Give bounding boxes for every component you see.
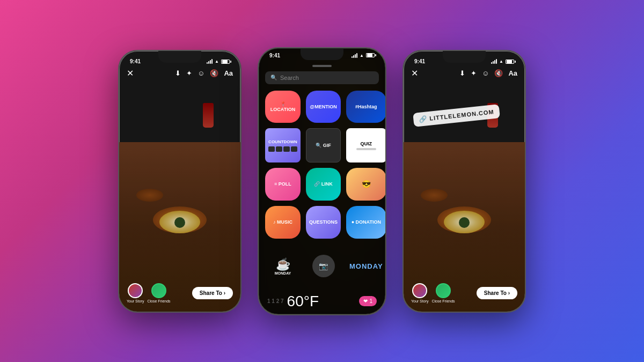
like-count: 1 xyxy=(369,298,372,304)
text-icon[interactable]: Aa xyxy=(224,69,233,77)
screen-left: 9:41 ▲ ✕ ⬇ ✦ ☺ 🔇 Aa xyxy=(119,51,240,312)
temperature-value: 60°F xyxy=(287,293,319,310)
sticker-link[interactable]: 🔗 LINK xyxy=(306,168,341,201)
mute-icon[interactable]: 🔇 xyxy=(210,69,218,77)
battery-icon-mid xyxy=(366,53,375,57)
effects-icon-right[interactable]: ✦ xyxy=(471,69,477,77)
close-btn-right[interactable]: ✕ xyxy=(411,69,418,78)
search-placeholder: Search xyxy=(280,75,299,81)
your-story-label: Your Story xyxy=(127,299,144,303)
avatar-group-friends-right[interactable]: Close Friends xyxy=(431,283,455,303)
sticker-search-bar[interactable]: 🔍 Search xyxy=(265,71,379,84)
your-story-label-right: Your Story xyxy=(411,299,428,303)
share-button-left[interactable]: Share To › xyxy=(192,287,233,299)
face-icon-right[interactable]: ☺ xyxy=(482,69,489,77)
sticker-hashtag[interactable]: #Hashtag xyxy=(346,91,385,123)
effects-icon[interactable]: ✦ xyxy=(186,69,192,77)
sticker-location[interactable]: 📍 LOCATION xyxy=(265,91,301,123)
phone-middle: 9:41 ▲ 🔍 Search xyxy=(258,47,386,315)
status-bar-mid: 9:41 ▲ xyxy=(259,48,385,58)
wifi-icon-mid: ▲ xyxy=(360,53,364,58)
temperature-display: 1 1 2 7 60°F xyxy=(267,293,319,310)
face-icon[interactable]: ☺ xyxy=(197,69,204,77)
battery-icon xyxy=(221,60,230,64)
sheet-handle xyxy=(312,65,332,67)
sticker-quiz[interactable]: QUIZ xyxy=(346,128,385,162)
status-time-mid: 9:41 xyxy=(269,53,280,58)
sticker-wrapper: 9:41 ▲ 🔍 Search xyxy=(259,48,385,314)
toolbar-right: ⬇ ✦ ☺ 🔇 Aa xyxy=(175,69,233,77)
digit-display: 1 1 2 7 xyxy=(267,298,284,304)
signal-icon-mid xyxy=(352,53,357,58)
status-time-right: 9:41 xyxy=(414,58,425,64)
signal-icon-right xyxy=(491,59,497,64)
sticker-camera[interactable]: 📷 xyxy=(306,244,341,289)
toolbar-right-right: ⬇ ✦ ☺ 🔇 Aa xyxy=(459,69,517,77)
sticker-countdown[interactable]: COUNTDOWN xyxy=(265,128,301,162)
avatars-left: Your Story Close Friends xyxy=(127,283,171,303)
sticker-donation[interactable]: ● DONATION xyxy=(346,206,385,239)
cup-emoji: ☕ xyxy=(276,257,290,271)
food-background xyxy=(119,51,240,312)
signal-icon xyxy=(207,59,213,64)
screen-right: 9:41 ▲ story-edit-link ✕ ⬇ ✦ ☺ 🔇 xyxy=(404,51,525,312)
sticker-emoji[interactable]: 😎 xyxy=(346,168,385,201)
status-icons-mid: ▲ xyxy=(352,53,375,58)
status-icons-right: ▲ xyxy=(491,59,514,64)
sticker-content: 9:41 ▲ 🔍 Search xyxy=(259,48,385,314)
sticker-gif[interactable]: 🔍 GIF xyxy=(306,128,341,162)
left-buttons xyxy=(118,94,119,109)
close-icon[interactable]: ✕ xyxy=(127,69,134,78)
link-sticker-icon: 🔗 xyxy=(419,115,427,123)
status-time-left: 9:41 xyxy=(130,58,141,64)
status-bar-right: 9:41 ▲ xyxy=(404,56,525,67)
phone-right: 9:41 ▲ story-edit-link ✕ ⬇ ✦ ☺ 🔇 xyxy=(402,50,526,313)
phone-left: 9:41 ▲ ✕ ⬇ ✦ ☺ 🔇 Aa xyxy=(118,50,241,313)
sticker-grid: 📍 LOCATION @MENTION #Hashtag COUNTDOWN xyxy=(259,91,385,289)
avatar-group-friends[interactable]: Close Friends xyxy=(147,283,170,303)
user-avatar xyxy=(128,283,143,298)
story-bottom-right: Your Story Close Friends Share To › xyxy=(404,283,525,303)
camera-btn[interactable]: 📷 xyxy=(312,255,335,277)
screen-middle: 9:41 ▲ 🔍 Search xyxy=(259,48,385,314)
sticker-day-label[interactable]: MONDAY xyxy=(346,244,385,289)
story-toolbar-right: story-edit-link ✕ ⬇ ✦ ☺ 🔇 Aa xyxy=(404,68,525,78)
sticker-mention[interactable]: @MENTION xyxy=(306,91,341,123)
search-icon: 🔍 xyxy=(270,75,277,80)
sticker-monday-cup[interactable]: ☕ MONDAY xyxy=(265,244,301,289)
battery-icon-right xyxy=(506,60,514,64)
friends-avatar xyxy=(151,283,166,298)
mute-icon-right[interactable]: 🔇 xyxy=(494,69,503,77)
friends-avatar-right xyxy=(436,283,451,298)
status-icons-left: ▲ xyxy=(207,59,230,64)
share-button-right[interactable]: Share To › xyxy=(477,287,517,299)
avatars-right: Your Story Close Friends xyxy=(411,283,455,303)
text-icon-right[interactable]: Aa xyxy=(508,69,517,77)
left-buttons-mid xyxy=(258,91,258,106)
story-toolbar-left: ✕ ⬇ ✦ ☺ 🔇 Aa xyxy=(119,68,240,78)
wifi-icon: ▲ xyxy=(215,59,219,64)
sticker-music[interactable]: ♪ MUSIC xyxy=(265,206,301,239)
camera-icon: 📷 xyxy=(319,262,328,270)
story-bottom-left: Your Story Close Friends Share To › xyxy=(119,283,240,303)
like-badge[interactable]: ❤ 1 xyxy=(359,296,377,306)
food-background-right xyxy=(404,51,525,312)
sticker-questions[interactable]: QUESTIONS xyxy=(306,206,341,239)
close-friends-label: Close Friends xyxy=(147,299,170,303)
wifi-icon-right: ▲ xyxy=(499,59,503,64)
download-icon-right[interactable]: ⬇ xyxy=(459,69,465,77)
sticker-poll[interactable]: ≡ POLL xyxy=(265,168,301,201)
avatar-group-story-right[interactable]: Your Story xyxy=(411,283,428,303)
avatar-group-story[interactable]: Your Story xyxy=(127,283,144,303)
left-buttons-right xyxy=(402,94,403,109)
toolbar-left-right: story-edit-link ✕ xyxy=(411,68,418,78)
status-bar-left: 9:41 ▲ xyxy=(119,56,240,67)
close-friends-label-right: Close Friends xyxy=(431,299,455,303)
heart-icon: ❤ xyxy=(363,298,368,304)
sticker-bottom-bar: 1 1 2 7 60°F ❤ 1 xyxy=(259,289,385,314)
toolbar-left: ✕ xyxy=(127,68,134,78)
download-icon[interactable]: ⬇ xyxy=(175,69,181,77)
user-avatar-right xyxy=(412,283,427,298)
